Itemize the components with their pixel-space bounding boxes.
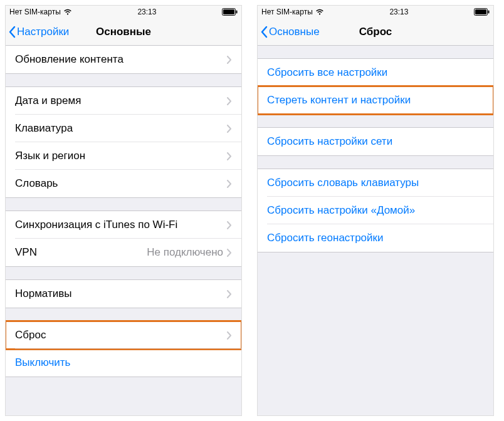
row-language-region[interactable]: Язык и регион: [6, 142, 241, 170]
wifi-icon: [63, 9, 72, 15]
row-label: Выключить: [15, 356, 232, 369]
svg-rect-4: [475, 9, 486, 14]
back-label: Основные: [269, 26, 320, 38]
row-reset-network-settings[interactable]: Сбросить настройки сети: [258, 128, 493, 155]
group: Синхронизация с iTunes по Wi-Fi VPN Не п…: [6, 210, 241, 267]
row-itunes-wifi-sync[interactable]: Синхронизация с iTunes по Wi-Fi: [6, 211, 241, 239]
status-time: 23:13: [389, 8, 408, 16]
chevron-right-icon: [227, 97, 232, 105]
battery-icon: [474, 8, 490, 16]
group: Сбросить все настройки Стереть контент и…: [258, 58, 493, 115]
chevron-left-icon: [260, 26, 268, 38]
phone-reset-settings: Нет SIM-карты 23:13 Основные Сброс Сброс…: [257, 5, 494, 416]
svg-rect-2: [236, 11, 237, 14]
row-label: Сброс: [15, 329, 227, 341]
row-label: Дата и время: [15, 95, 227, 107]
row-label: Сбросить словарь клавиатуры: [267, 177, 484, 189]
row-keyboard[interactable]: Клавиатура: [6, 115, 241, 142]
group: Дата и время Клавиатура Язык и регион Сл…: [6, 86, 241, 198]
phone-general-settings: Нет SIM-карты 23:13 Настройки Основные О…: [5, 5, 242, 416]
group: Нормативы: [6, 279, 241, 308]
chevron-left-icon: [8, 26, 16, 38]
row-shutdown[interactable]: Выключить: [6, 349, 241, 377]
row-label: Нормативы: [15, 288, 227, 300]
back-button[interactable]: Настройки: [6, 26, 69, 38]
chevron-right-icon: [227, 180, 232, 188]
back-button[interactable]: Основные: [258, 26, 320, 38]
reset-list: Сбросить все настройки Стереть контент и…: [258, 46, 493, 415]
nav-title: Сброс: [359, 26, 392, 38]
carrier-text: Нет SIM-карты: [9, 8, 61, 16]
group: Сбросить словарь клавиатуры Сбросить нас…: [258, 169, 493, 252]
svg-rect-1: [223, 9, 234, 14]
status-time: 23:13: [137, 8, 156, 16]
row-dictionary[interactable]: Словарь: [6, 170, 241, 197]
row-reset-home-screen[interactable]: Сбросить настройки «Домой»: [258, 197, 493, 224]
row-reset-all-settings[interactable]: Сбросить все настройки: [258, 59, 493, 86]
status-bar: Нет SIM-карты 23:13: [6, 6, 241, 18]
row-reset[interactable]: Сброс: [6, 321, 241, 349]
row-label: Клавиатура: [15, 122, 227, 135]
row-regulatory[interactable]: Нормативы: [6, 280, 241, 308]
chevron-right-icon: [227, 152, 232, 160]
nav-bar: Настройки Основные: [6, 18, 241, 46]
row-label: Язык и регион: [15, 150, 227, 162]
row-label: Стереть контент и настройки: [267, 94, 484, 107]
chevron-right-icon: [227, 331, 232, 340]
battery-icon: [222, 8, 238, 16]
chevron-right-icon: [227, 56, 232, 64]
carrier-text: Нет SIM-карты: [261, 8, 313, 16]
row-label: Обновление контента: [15, 53, 227, 66]
wifi-icon: [315, 9, 324, 15]
row-date-time[interactable]: Дата и время: [6, 87, 241, 115]
row-detail: Не подключено: [147, 246, 223, 259]
group: Сбросить настройки сети: [258, 127, 493, 156]
row-label: VPN: [15, 246, 147, 259]
row-label: Синхронизация с iTunes по Wi-Fi: [15, 219, 227, 231]
row-label: Словарь: [15, 177, 227, 190]
nav-title: Основные: [96, 26, 151, 38]
row-erase-content-settings[interactable]: Стереть контент и настройки: [258, 86, 493, 114]
chevron-right-icon: [227, 290, 232, 298]
row-label: Сбросить настройки сети: [267, 135, 484, 148]
back-label: Настройки: [17, 26, 69, 38]
row-reset-keyboard-dictionary[interactable]: Сбросить словарь клавиатуры: [258, 169, 493, 197]
svg-rect-5: [488, 11, 489, 14]
row-content-refresh[interactable]: Обновление контента: [6, 46, 241, 73]
row-label: Сбросить все настройки: [267, 66, 484, 79]
row-vpn[interactable]: VPN Не подключено: [6, 239, 241, 266]
row-label: Сбросить настройки «Домой»: [267, 204, 484, 217]
chevron-right-icon: [227, 125, 232, 133]
row-label: Сбросить геонастройки: [267, 232, 484, 244]
group: Обновление контента: [6, 46, 241, 74]
status-bar: Нет SIM-карты 23:13: [258, 6, 493, 18]
row-reset-location-privacy[interactable]: Сбросить геонастройки: [258, 224, 493, 252]
nav-bar: Основные Сброс: [258, 18, 493, 46]
settings-list: Обновление контента Дата и время Клавиат…: [6, 46, 241, 415]
chevron-right-icon: [227, 249, 232, 257]
chevron-right-icon: [227, 221, 232, 229]
group: Сброс Выключить: [6, 321, 241, 377]
